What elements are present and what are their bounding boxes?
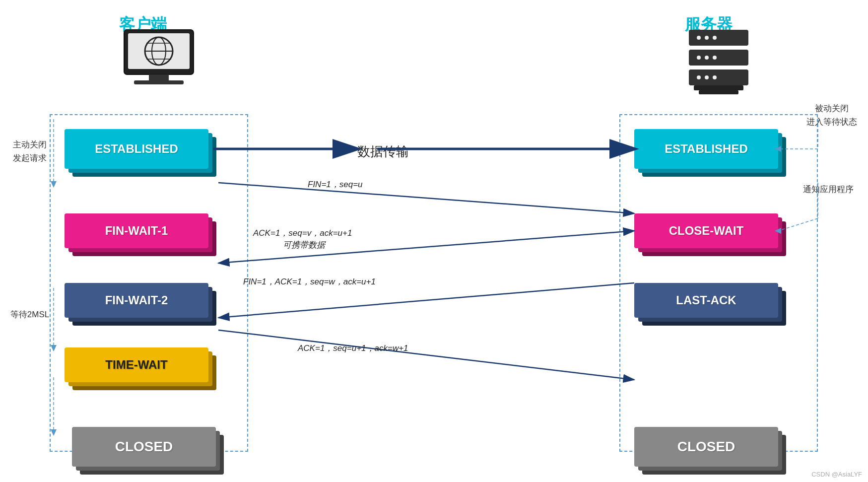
client-established-box: ESTABLISHED	[65, 129, 208, 169]
server-established-box: ESTABLISHED	[634, 129, 778, 169]
svg-point-15	[705, 56, 709, 60]
annotation-passive-close: 被动关闭 进入等待状态	[800, 102, 864, 129]
close-wait-box: CLOSE-WAIT	[634, 213, 778, 248]
msg-ack1-sub: 可携带数据	[283, 239, 325, 251]
msg-fin1: FIN=1，seq=u	[308, 179, 363, 190]
svg-point-18	[697, 75, 701, 79]
svg-point-14	[697, 56, 701, 60]
server-closed-box: CLOSED	[634, 427, 778, 467]
msg-ack1: ACK=1，seq=v，ack=u+1	[253, 227, 352, 239]
svg-line-31	[218, 283, 634, 318]
watermark: CSDN @AsiaLYF	[811, 471, 862, 478]
time-wait-box: TIME-WAIT	[65, 347, 208, 382]
data-transfer-label: 数据传输	[357, 143, 409, 160]
svg-point-16	[713, 56, 717, 60]
annotation-notify: 通知应用程序	[796, 183, 861, 196]
client-closed-box: CLOSED	[72, 427, 216, 467]
last-ack-box: LAST-ACK	[634, 283, 778, 318]
svg-point-11	[705, 36, 709, 40]
computer-icon	[119, 27, 199, 94]
annotation-wait-2msl: 等待2MSL	[5, 308, 55, 321]
msg-ack2: ACK=1，seq=u+1，ack=w+1	[298, 343, 408, 354]
diagram-container: { "title": { "client": "客户端", "server": …	[0, 0, 868, 482]
svg-point-20	[713, 75, 717, 79]
svg-point-10	[697, 36, 701, 40]
svg-rect-7	[149, 74, 169, 80]
fin-wait-1-box: FIN-WAIT-1	[65, 213, 208, 248]
svg-rect-22	[699, 90, 738, 94]
svg-point-12	[713, 36, 717, 40]
msg-fin2: FIN=1，ACK=1，seq=w，ack=u+1	[243, 276, 376, 287]
svg-rect-21	[694, 85, 743, 90]
svg-line-29	[218, 183, 634, 213]
svg-rect-8	[134, 80, 184, 84]
svg-line-32	[218, 330, 634, 380]
fin-wait-2-box: FIN-WAIT-2	[65, 283, 208, 318]
server-icon	[679, 27, 758, 99]
svg-point-19	[705, 75, 709, 79]
annotation-active-close: 主动关闭 发起请求	[5, 138, 55, 165]
